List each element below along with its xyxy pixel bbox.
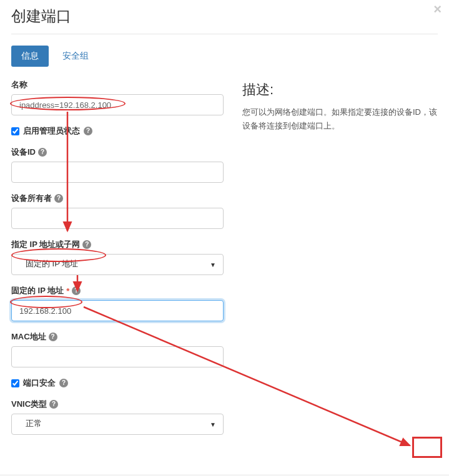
modal-body: 名称 启用管理员状态 ? 设备ID ? 设备所有者 ? [11, 79, 438, 445]
specify-ip-select[interactable]: 固定的 IP 地址 [11, 254, 224, 275]
field-device-id: 设备ID ? [11, 147, 224, 183]
description-text: 您可以为网络创建端口。如果指定要连接的设备ID，该设备将连接到创建端口上。 [242, 105, 438, 133]
enable-admin-state-label: 启用管理员状态 [23, 125, 80, 137]
vnic-select[interactable]: 正常 [11, 414, 224, 435]
help-icon[interactable]: ? [49, 333, 57, 341]
port-security-row: 端口安全 ? [11, 377, 224, 389]
modal-title: 创建端口 [11, 6, 71, 26]
close-icon[interactable]: × [433, 2, 442, 16]
tab-security-group[interactable]: 安全组 [52, 46, 99, 67]
enable-admin-state-row: 启用管理员状态 ? [11, 125, 224, 137]
help-icon[interactable]: ? [72, 286, 81, 295]
device-id-input[interactable] [11, 162, 224, 183]
create-port-modal: 创建端口 × 信息 安全组 名称 启用管理员状态 ? 设备ID ? [0, 0, 449, 456]
device-owner-label: 设备所有者 ? [11, 193, 224, 204]
help-icon[interactable]: ? [82, 240, 91, 249]
help-icon[interactable]: ? [54, 194, 63, 203]
device-id-label: 设备ID ? [11, 147, 224, 158]
mac-label: MAC地址 ? [11, 331, 224, 342]
fixed-ip-input[interactable] [11, 300, 224, 321]
required-asterisk: * [66, 286, 69, 296]
field-device-owner: 设备所有者 ? [11, 193, 224, 229]
help-icon[interactable]: ? [38, 148, 47, 157]
description-column: 描述: 您可以为网络创建端口。如果指定要连接的设备ID，该设备将连接到创建端口上… [242, 79, 438, 445]
specify-ip-label: 指定 IP 地址或子网 ? [11, 239, 224, 250]
mac-input[interactable] [11, 346, 224, 367]
port-security-label: 端口安全 [23, 377, 56, 389]
field-specify-ip: 指定 IP 地址或子网 ? 固定的 IP 地址 ▼ [11, 239, 224, 275]
port-security-checkbox[interactable] [11, 379, 19, 387]
tab-info[interactable]: 信息 [11, 46, 49, 67]
field-fixed-ip: 固定的 IP 地址* ? [11, 285, 224, 321]
name-input[interactable] [11, 94, 224, 115]
name-label: 名称 [11, 79, 224, 90]
vnic-label: VNIC类型 ? [11, 399, 224, 410]
enable-admin-state-checkbox[interactable] [11, 127, 19, 135]
fixed-ip-label: 固定的 IP 地址* ? [11, 285, 224, 296]
modal-header: 创建端口 × [11, 6, 438, 34]
help-icon[interactable]: ? [84, 127, 92, 135]
device-owner-input[interactable] [11, 208, 224, 229]
field-name: 名称 [11, 79, 224, 115]
description-heading: 描述: [242, 80, 438, 99]
form-column: 名称 启用管理员状态 ? 设备ID ? 设备所有者 ? [11, 79, 224, 445]
field-vnic: VNIC类型 ? 正常 ▼ [11, 399, 224, 435]
help-icon[interactable]: ? [49, 400, 58, 409]
help-icon[interactable]: ? [59, 379, 68, 387]
field-mac: MAC地址 ? [11, 331, 224, 367]
tabs: 信息 安全组 [11, 46, 438, 67]
